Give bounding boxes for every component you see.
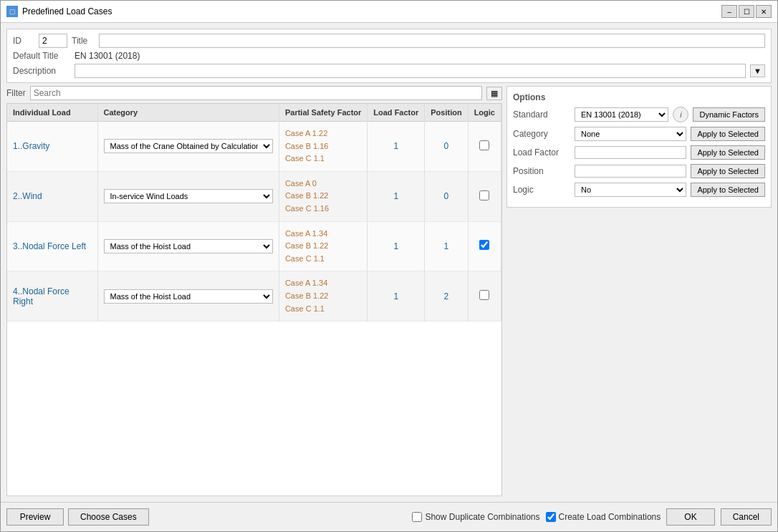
info-button[interactable]: i (673, 107, 688, 122)
cell-position: 0 (425, 171, 468, 221)
cell-individual-load: 3..Nodal Force Left (7, 221, 97, 271)
category-row: Category None Apply to Selected (513, 127, 765, 141)
filter-row: Filter ▦ (6, 86, 502, 100)
cell-position: 0 (425, 122, 468, 172)
cell-psf: Case A 1.34Case B 1.22Case C 1.1 (279, 271, 367, 321)
cell-category[interactable]: Mass of the Crane Obtained by Calculatio… (97, 122, 279, 172)
top-form: ID Title Default Title EN 13001 (2018) D… (6, 29, 772, 83)
options-panel: Options Standard EN 13001 (2018) i Dynam… (506, 86, 772, 208)
id-title-row: ID Title (13, 34, 765, 48)
cell-position: 2 (425, 271, 468, 321)
col-category: Category (97, 104, 279, 122)
logic-label: Logic (513, 185, 570, 195)
logic-checkbox[interactable] (479, 290, 489, 300)
cell-logic[interactable] (468, 221, 501, 271)
default-title-label: Default Title (13, 51, 70, 61)
maximize-button[interactable]: ☐ (739, 5, 754, 18)
category-select[interactable]: None (575, 127, 686, 141)
description-dropdown-btn[interactable]: ▼ (750, 64, 765, 77)
show-duplicate-checkbox[interactable] (412, 512, 422, 522)
bottom-right-controls: Show Duplicate Combinations Create Load … (412, 508, 772, 526)
col-position: Position (425, 104, 468, 122)
window-title: Predefined Load Cases (22, 6, 717, 16)
table-row: 2..WindIn-service Wind LoadsCase A 0Case… (7, 171, 501, 221)
default-title-row: Default Title EN 13001 (2018) (13, 51, 765, 61)
standard-select[interactable]: EN 13001 (2018) (575, 107, 668, 122)
category-row-select[interactable]: Mass of the Hoist Load (104, 239, 273, 253)
cell-load-factor: 1 (368, 221, 425, 271)
cell-individual-load: 1..Gravity (7, 122, 97, 172)
title-input[interactable] (99, 34, 765, 48)
cell-load-factor: 1 (368, 271, 425, 321)
ok-button[interactable]: OK (666, 508, 714, 526)
cell-logic[interactable] (468, 271, 501, 321)
cell-logic[interactable] (468, 171, 501, 221)
table-container: Individual Load Category Partial Safety … (6, 103, 502, 496)
table-row: 1..GravityMass of the Crane Obtained by … (7, 122, 501, 172)
bottom-left-buttons: Preview Choose Cases (6, 508, 149, 526)
preview-button[interactable]: Preview (6, 508, 64, 526)
choose-cases-button[interactable]: Choose Cases (68, 508, 149, 526)
col-psf: Partial Safety Factor (279, 104, 367, 122)
standard-label: Standard (513, 110, 570, 120)
cell-category[interactable]: In-service Wind Loads (97, 171, 279, 221)
right-panel: Options Standard EN 13001 (2018) i Dynam… (506, 86, 772, 496)
category-label: Category (513, 129, 570, 139)
standard-row: Standard EN 13001 (2018) i Dynamic Facto… (513, 107, 765, 122)
cell-load-factor: 1 (368, 171, 425, 221)
col-individual-load: Individual Load (7, 104, 97, 122)
window-controls: – ☐ ✕ (721, 5, 772, 18)
show-duplicate-label[interactable]: Show Duplicate Combinations (412, 512, 539, 522)
load-factor-label: Load Factor (513, 147, 570, 158)
position-input[interactable] (575, 165, 686, 178)
apply-category-button[interactable]: Apply to Selected (691, 127, 765, 141)
logic-select[interactable]: No Yes (575, 183, 686, 197)
cell-psf: Case A 1.22Case B 1.16Case C 1.1 (279, 122, 367, 172)
position-row: Position Apply to Selected (513, 164, 765, 178)
filter-input[interactable] (30, 86, 482, 100)
logic-checkbox[interactable] (479, 190, 489, 200)
options-title: Options (513, 92, 765, 102)
apply-logic-button[interactable]: Apply to Selected (691, 183, 765, 197)
description-input[interactable] (75, 64, 746, 78)
logic-checkbox[interactable] (479, 140, 489, 150)
cell-category[interactable]: Mass of the Hoist Load (97, 271, 279, 321)
col-logic: Logic (468, 104, 501, 122)
category-row-select[interactable]: Mass of the Hoist Load (104, 289, 273, 304)
category-row-select[interactable]: Mass of the Crane Obtained by Calculatio… (104, 139, 273, 153)
apply-load-factor-button[interactable]: Apply to Selected (691, 145, 765, 160)
load-factor-input[interactable] (575, 146, 686, 159)
table-row: 3..Nodal Force LeftMass of the Hoist Loa… (7, 221, 501, 271)
create-load-label[interactable]: Create Load Combinations (546, 512, 661, 522)
close-button[interactable]: ✕ (756, 5, 772, 18)
col-load-factor: Load Factor (368, 104, 425, 122)
logic-row: Logic No Yes Apply to Selected (513, 183, 765, 197)
dynamic-factors-button[interactable]: Dynamic Factors (693, 107, 765, 122)
apply-position-button[interactable]: Apply to Selected (691, 164, 765, 178)
cancel-button[interactable]: Cancel (721, 508, 772, 526)
minimize-button[interactable]: – (721, 5, 737, 18)
logic-checkbox[interactable] (479, 240, 489, 250)
description-label: Description (13, 66, 70, 76)
create-load-checkbox[interactable] (546, 512, 556, 522)
id-input[interactable] (39, 34, 67, 48)
cell-category[interactable]: Mass of the Hoist Load (97, 221, 279, 271)
main-window: ▢ Predefined Load Cases – ☐ ✕ ID Title D… (0, 0, 778, 532)
load-factor-row: Load Factor Apply to Selected (513, 145, 765, 160)
table-header-row: Individual Load Category Partial Safety … (7, 104, 501, 122)
position-label: Position (513, 166, 570, 176)
id-label: ID (13, 36, 34, 46)
description-row: Description ▼ (13, 64, 765, 78)
app-icon: ▢ (6, 6, 18, 17)
title-bar: ▢ Predefined Load Cases – ☐ ✕ (1, 1, 777, 23)
cell-position: 1 (425, 221, 468, 271)
load-cases-table: Individual Load Category Partial Safety … (7, 104, 501, 321)
category-row-select[interactable]: In-service Wind Loads (104, 189, 273, 203)
filter-label: Filter (6, 88, 26, 98)
cell-individual-load: 4..Nodal Force Right (7, 271, 97, 321)
cell-logic[interactable] (468, 122, 501, 172)
filter-icon-btn[interactable]: ▦ (486, 87, 502, 100)
main-content: ID Title Default Title EN 13001 (2018) D… (1, 23, 777, 502)
table-row: 4..Nodal Force RightMass of the Hoist Lo… (7, 271, 501, 321)
cell-individual-load: 2..Wind (7, 171, 97, 221)
